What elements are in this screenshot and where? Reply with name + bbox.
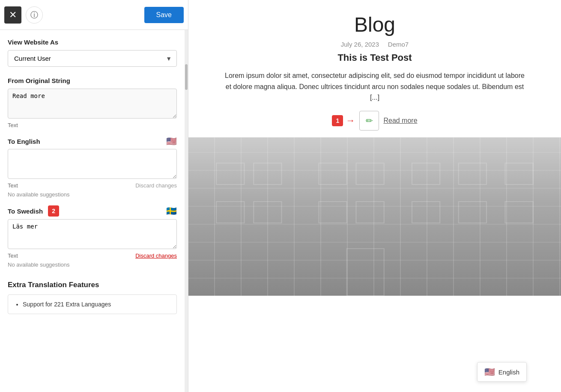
blog-post-title: This is Test Post <box>188 52 561 63</box>
to-english-section: To English 🇺🇸 Text Discard changes No av… <box>8 136 177 198</box>
to-english-type: Text <box>8 182 18 189</box>
pencil-icon: ✏ <box>366 116 373 126</box>
info-button[interactable]: ⓘ <box>26 6 43 24</box>
to-swedish-textarea[interactable]: Läs mer <box>8 219 177 249</box>
from-original-label: From Original String <box>8 77 177 84</box>
from-original-section: From Original String Read more Text <box>8 77 177 128</box>
extra-feature-item-1: Support for 221 Extra Languages <box>23 301 170 308</box>
view-website-section: View Website As Current User ▼ <box>8 39 177 67</box>
to-swedish-no-suggestions: No available suggestions <box>8 261 177 268</box>
from-original-type: Text <box>8 122 18 128</box>
to-english-textarea[interactable] <box>8 149 177 179</box>
blog-title: Blog <box>188 0 561 41</box>
swedish-label-row: To Swedish 2 <box>8 205 59 217</box>
from-original-textarea[interactable]: Read more <box>8 89 177 119</box>
swedish-flag-icon: 🇸🇪 <box>166 206 177 216</box>
svg-rect-13 <box>505 202 533 223</box>
left-panel: ✕ ⓘ Save View Website As Current User ▼ … <box>0 0 188 392</box>
svg-rect-6 <box>505 163 533 184</box>
view-website-label: View Website As <box>8 39 177 46</box>
panel-body: View Website As Current User ▼ From Orig… <box>0 30 185 392</box>
svg-rect-5 <box>459 163 486 184</box>
right-content: Blog July 26, 2023 Demo7 This is Test Po… <box>188 0 561 392</box>
extra-features-section: Extra Translation Features Support for 2… <box>8 281 177 314</box>
blog-image <box>188 137 561 296</box>
scroll-rail[interactable] <box>185 30 188 392</box>
english-flag-icon: 🇺🇸 <box>166 136 177 146</box>
svg-rect-8 <box>254 202 281 223</box>
from-original-meta: Text <box>8 122 177 128</box>
edit-pencil-button[interactable]: ✏ <box>359 111 379 131</box>
svg-rect-14 <box>347 249 384 296</box>
to-english-discard[interactable]: Discard changes <box>135 182 177 189</box>
blog-post-date: July 26, 2023 <box>341 41 379 48</box>
blog-image-inner <box>188 137 561 296</box>
svg-rect-1 <box>254 163 281 184</box>
svg-rect-9 <box>319 202 347 223</box>
svg-rect-11 <box>412 202 440 223</box>
annotation-badge-1: 1 <box>332 115 343 126</box>
arrow-right-icon: → <box>346 115 355 126</box>
svg-rect-0 <box>216 163 244 184</box>
to-english-header: To English 🇺🇸 <box>8 136 177 146</box>
to-english-meta: Text Discard changes <box>8 182 177 189</box>
save-button[interactable]: Save <box>144 7 184 23</box>
to-swedish-discard[interactable]: Discard changes <box>135 252 177 259</box>
svg-rect-3 <box>356 163 384 184</box>
to-english-no-suggestions: No available suggestions <box>8 191 177 198</box>
read-more-area: 1 → ✏ Read more <box>188 111 561 131</box>
us-flag-icon: 🇺🇸 <box>484 367 495 377</box>
svg-rect-4 <box>412 163 440 184</box>
to-swedish-type: Text <box>8 252 18 259</box>
view-select[interactable]: Current User <box>8 50 177 67</box>
scroll-thumb <box>185 64 188 90</box>
extra-features-box: Support for 221 Extra Languages <box>8 294 177 314</box>
svg-rect-7 <box>216 202 244 223</box>
language-label: English <box>498 368 519 376</box>
view-select-wrapper: Current User ▼ <box>8 50 177 67</box>
extra-features-title: Extra Translation Features <box>8 281 177 289</box>
to-swedish-meta: Text Discard changes <box>8 252 177 259</box>
annotation-badge-2: 2 <box>48 205 59 217</box>
to-swedish-label: To Swedish <box>8 208 43 215</box>
blog-body-text: Lorem ipsum dolor sit amet, consectetur … <box>216 70 533 103</box>
to-english-label: To English <box>8 138 40 145</box>
to-swedish-section: To Swedish 2 🇸🇪 Läs mer Text Discard cha… <box>8 205 177 268</box>
annotation-1-group: 1 → <box>332 115 355 126</box>
top-bar: ✕ ⓘ Save <box>0 0 188 30</box>
svg-rect-10 <box>356 202 384 223</box>
svg-rect-2 <box>319 163 347 184</box>
blog-post-author: Demo7 <box>388 41 409 48</box>
read-more-button[interactable]: Read more <box>383 117 417 125</box>
blog-post-meta: July 26, 2023 Demo7 <box>188 41 561 48</box>
to-swedish-header: To Swedish 2 🇸🇪 <box>8 205 177 217</box>
close-button[interactable]: ✕ <box>4 6 21 24</box>
svg-rect-12 <box>459 202 486 223</box>
language-switcher[interactable]: 🇺🇸 English <box>477 362 527 382</box>
